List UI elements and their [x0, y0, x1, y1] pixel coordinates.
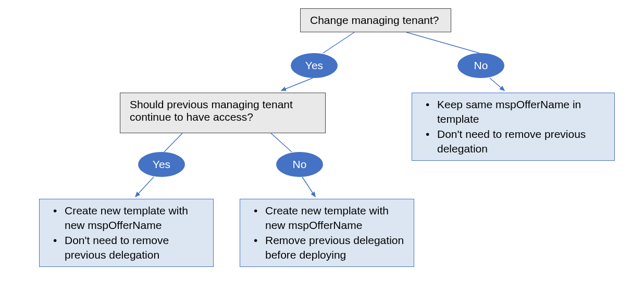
svg-line-5	[271, 133, 292, 152]
svg-line-1	[406, 32, 479, 53]
question-change-tenant: Change managing tenant?	[300, 8, 451, 32]
decision-q2-yes: Yes	[138, 152, 185, 177]
decision-q1-yes: Yes	[291, 53, 338, 78]
svg-line-2	[281, 78, 313, 91]
question-previous-access: Should previous managing tenant continue…	[120, 93, 326, 133]
answer-line: Remove previous delegation before deploy…	[244, 233, 410, 263]
answer-yes-keep-access: Create new template with new mspOfferNam…	[39, 199, 214, 267]
svg-line-4	[164, 133, 182, 152]
answer-line: Don't need to remove previous delegation	[44, 233, 209, 263]
answer-no-remove-access: Create new template with new mspOfferNam…	[240, 199, 414, 267]
answer-no-change: Keep same mspOfferName in template Don't…	[412, 93, 615, 161]
decision-label: No	[293, 158, 307, 171]
decision-label: Yes	[153, 158, 170, 171]
decision-label: Yes	[305, 59, 323, 72]
decision-q1-no: No	[457, 53, 504, 78]
svg-line-0	[323, 32, 354, 53]
svg-line-7	[302, 177, 315, 197]
decision-q2-no: No	[276, 152, 323, 177]
svg-line-3	[490, 78, 504, 91]
decision-label: No	[474, 59, 488, 72]
question-text: Should previous managing tenant continue…	[130, 98, 293, 123]
svg-line-6	[135, 177, 154, 197]
answer-line: Create new template with new mspOfferNam…	[244, 203, 410, 233]
question-text: Change managing tenant?	[310, 14, 439, 26]
answer-line: Keep same mspOfferName in template	[416, 97, 610, 127]
answer-line: Create new template with new mspOfferNam…	[44, 203, 209, 233]
answer-line: Don't need to remove previous delegation	[416, 127, 610, 157]
